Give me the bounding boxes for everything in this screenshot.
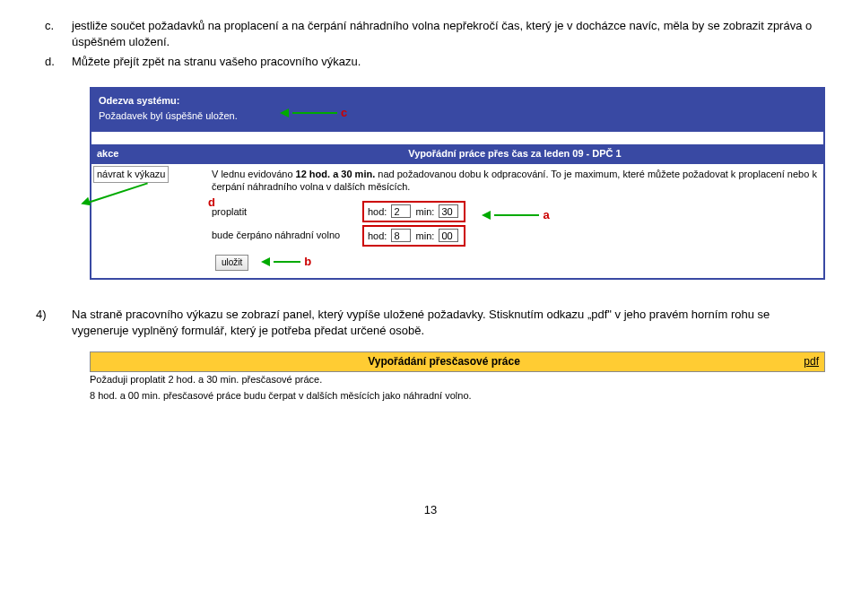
arrow-left-icon (261, 257, 270, 266)
annotation-d: d (88, 195, 215, 211)
annotation-b: b (261, 254, 311, 270)
input-min-1[interactable] (439, 204, 458, 218)
table-header-row: akce Vypořádní práce přes čas za leden 0… (91, 144, 823, 163)
marker-c: c. (36, 18, 72, 50)
annot-label-c: c (341, 105, 347, 121)
doc-list-item-d: d. Můžete přejít zpět na stranu vašeho p… (36, 54, 825, 70)
annotation-c: c (280, 105, 347, 121)
marker-d: d. (36, 54, 72, 70)
system-response-msg: Požadavek byl úspěšně uložen. (99, 109, 820, 123)
text-c: jestliže součet požadavků na proplacení … (72, 18, 825, 50)
red-box-inputs: hod: min: (362, 201, 465, 222)
input-hod-2[interactable] (391, 229, 411, 242)
yellow-header-row: Vypořádání přesčasové práce pdf (90, 351, 825, 372)
text-4: Na straně pracovního výkazu se zobrazí p… (72, 307, 825, 339)
right-column: V lednu evidováno 12 hod. a 30 min. nad … (206, 164, 823, 278)
screenshot-overtime-panel: Vypořádání přesčasové práce pdf Požaduji… (90, 351, 825, 403)
annot-label-d: d (208, 195, 215, 211)
doc-list-item-4: 4) Na straně pracovního výkazu se zobraz… (36, 307, 825, 339)
doc-list-item-c: c. jestliže součet požadavků na proplace… (36, 18, 825, 50)
arrow-line (274, 261, 300, 263)
label-nahradni-volno: bude čerpáno náhradní volno (212, 229, 362, 242)
red-box-inputs-2: hod: min: (362, 225, 465, 247)
marker-4: 4) (36, 307, 72, 339)
input-min-2[interactable] (439, 229, 458, 242)
save-button[interactable]: uložit (215, 255, 248, 271)
min-label-2: min: (416, 230, 435, 241)
arrow-line (494, 214, 539, 216)
table-header-main: Vypořádní práce přes čas za leden 09 - D… (206, 144, 823, 163)
system-header: Odezva systému: Požadavek byl úspěšně ul… (91, 89, 823, 133)
white-strip (91, 132, 823, 144)
result-line-1: Požaduji proplatit 2 hod. a 30 min. přes… (90, 372, 825, 387)
left-column: návrat k výkazu d (91, 164, 206, 278)
arrow-up-left-icon (80, 197, 91, 209)
hod-label-2: hod: (368, 230, 387, 241)
result-line-2: 8 hod. a 00 min. přesčasové práce budu č… (90, 388, 825, 403)
input-hod-1[interactable] (391, 204, 411, 218)
navrat-button[interactable]: návrat k výkazu (93, 166, 169, 183)
pdf-link[interactable]: pdf (792, 354, 819, 369)
annot-label-a: a (543, 207, 549, 223)
info-prefix: V lednu evidováno (212, 169, 296, 179)
row-nahradni-volno: bude čerpáno náhradní volno hod: min: (212, 225, 465, 247)
yellow-header-title: Vypořádání přesčasové práce (96, 354, 792, 369)
info-bold: 12 hod. a 30 min. (296, 169, 376, 179)
arrow-left-icon (482, 211, 491, 220)
arrow-left-icon (280, 108, 289, 117)
text-d: Můžete přejít zpět na stranu vašeho prac… (72, 54, 825, 70)
info-line: V lednu evidováno 12 hod. a 30 min. nad … (212, 168, 818, 194)
min-label: min: (416, 206, 435, 217)
system-response-title: Odezva systému: (99, 94, 820, 108)
arrow-line (88, 182, 148, 204)
label-proplatit: proplatit (212, 205, 362, 219)
arrow-line (292, 112, 337, 114)
body-row: návrat k výkazu d V lednu evidováno 12 h… (91, 164, 823, 278)
table-header-akce: akce (91, 144, 206, 163)
row-proplatit: proplatit hod: min: (212, 201, 465, 222)
annot-label-b: b (304, 254, 311, 270)
screenshot-system-response: Odezva systému: Požadavek byl úspěšně ul… (90, 87, 825, 281)
page-number: 13 (36, 502, 825, 518)
hod-label: hod: (368, 206, 387, 217)
annotation-a: a (482, 207, 549, 223)
